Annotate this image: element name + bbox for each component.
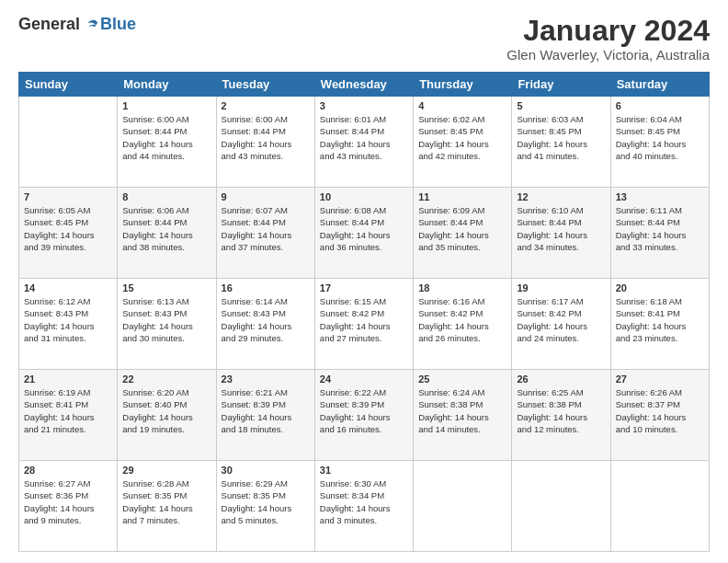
calendar-cell: 16Sunrise: 6:14 AM Sunset: 8:43 PM Dayli… bbox=[216, 279, 314, 370]
cell-content: Sunrise: 6:13 AM Sunset: 8:43 PM Dayligh… bbox=[122, 295, 210, 344]
logo-bird-icon bbox=[82, 16, 100, 34]
calendar-cell: 25Sunrise: 6:24 AM Sunset: 8:38 PM Dayli… bbox=[414, 370, 512, 461]
calendar-cell: 14Sunrise: 6:12 AM Sunset: 8:43 PM Dayli… bbox=[19, 279, 118, 370]
calendar-cell: 13Sunrise: 6:11 AM Sunset: 8:44 PM Dayli… bbox=[610, 188, 709, 279]
day-number: 10 bbox=[320, 191, 408, 202]
calendar-cell: 4Sunrise: 6:02 AM Sunset: 8:45 PM Daylig… bbox=[414, 97, 512, 188]
cell-content: Sunrise: 6:05 AM Sunset: 8:45 PM Dayligh… bbox=[24, 204, 112, 253]
calendar-cell bbox=[512, 461, 610, 552]
logo-text: General Blue bbox=[18, 15, 136, 34]
day-number: 3 bbox=[320, 100, 408, 111]
col-header-saturday: Saturday bbox=[610, 73, 709, 97]
day-number: 20 bbox=[616, 282, 704, 293]
header-row: SundayMondayTuesdayWednesdayThursdayFrid… bbox=[19, 73, 710, 97]
cell-content: Sunrise: 6:12 AM Sunset: 8:43 PM Dayligh… bbox=[24, 295, 112, 344]
cell-content: Sunrise: 6:30 AM Sunset: 8:34 PM Dayligh… bbox=[320, 477, 408, 526]
cell-content: Sunrise: 6:19 AM Sunset: 8:41 PM Dayligh… bbox=[24, 386, 112, 435]
cell-content: Sunrise: 6:20 AM Sunset: 8:40 PM Dayligh… bbox=[122, 386, 210, 435]
logo: General Blue bbox=[18, 15, 136, 34]
cell-content: Sunrise: 6:00 AM Sunset: 8:44 PM Dayligh… bbox=[122, 113, 210, 162]
day-number: 16 bbox=[222, 282, 310, 293]
day-number: 13 bbox=[616, 191, 704, 202]
calendar-cell bbox=[414, 461, 512, 552]
cell-content: Sunrise: 6:29 AM Sunset: 8:35 PM Dayligh… bbox=[222, 477, 310, 526]
cell-content: Sunrise: 6:07 AM Sunset: 8:44 PM Dayligh… bbox=[222, 204, 310, 253]
cell-content: Sunrise: 6:02 AM Sunset: 8:45 PM Dayligh… bbox=[418, 113, 506, 162]
calendar-cell: 10Sunrise: 6:08 AM Sunset: 8:44 PM Dayli… bbox=[314, 188, 413, 279]
calendar-cell: 21Sunrise: 6:19 AM Sunset: 8:41 PM Dayli… bbox=[19, 370, 118, 461]
cell-content: Sunrise: 6:24 AM Sunset: 8:38 PM Dayligh… bbox=[418, 386, 506, 435]
week-row-1: 1Sunrise: 6:00 AM Sunset: 8:44 PM Daylig… bbox=[19, 97, 710, 188]
day-number: 19 bbox=[517, 282, 605, 293]
cell-content: Sunrise: 6:10 AM Sunset: 8:44 PM Dayligh… bbox=[517, 204, 605, 253]
day-number: 9 bbox=[222, 191, 310, 202]
calendar-cell: 7Sunrise: 6:05 AM Sunset: 8:45 PM Daylig… bbox=[19, 188, 118, 279]
calendar-cell: 27Sunrise: 6:26 AM Sunset: 8:37 PM Dayli… bbox=[610, 370, 709, 461]
day-number: 22 bbox=[122, 373, 210, 385]
day-number: 1 bbox=[122, 100, 210, 111]
day-number: 12 bbox=[517, 191, 605, 202]
cell-content: Sunrise: 6:14 AM Sunset: 8:43 PM Dayligh… bbox=[222, 295, 310, 344]
calendar-cell: 9Sunrise: 6:07 AM Sunset: 8:44 PM Daylig… bbox=[216, 188, 314, 279]
day-number: 6 bbox=[616, 100, 704, 111]
col-header-thursday: Thursday bbox=[414, 73, 512, 97]
cell-content: Sunrise: 6:03 AM Sunset: 8:45 PM Dayligh… bbox=[517, 113, 605, 162]
col-header-monday: Monday bbox=[118, 73, 216, 97]
day-number: 23 bbox=[222, 373, 310, 385]
week-row-3: 14Sunrise: 6:12 AM Sunset: 8:43 PM Dayli… bbox=[19, 279, 710, 370]
cell-content: Sunrise: 6:18 AM Sunset: 8:41 PM Dayligh… bbox=[616, 295, 704, 344]
day-number: 2 bbox=[222, 100, 310, 111]
cell-content: Sunrise: 6:27 AM Sunset: 8:36 PM Dayligh… bbox=[24, 477, 112, 526]
cell-content: Sunrise: 6:08 AM Sunset: 8:44 PM Dayligh… bbox=[320, 204, 408, 253]
calendar-cell: 23Sunrise: 6:21 AM Sunset: 8:39 PM Dayli… bbox=[216, 370, 314, 461]
title-area: January 2024 Glen Waverley, Victoria, Au… bbox=[506, 15, 710, 63]
calendar-cell: 29Sunrise: 6:28 AM Sunset: 8:35 PM Dayli… bbox=[118, 461, 216, 552]
calendar-cell: 22Sunrise: 6:20 AM Sunset: 8:40 PM Dayli… bbox=[118, 370, 216, 461]
col-header-tuesday: Tuesday bbox=[216, 73, 314, 97]
cell-content: Sunrise: 6:11 AM Sunset: 8:44 PM Dayligh… bbox=[616, 204, 704, 253]
calendar-cell: 17Sunrise: 6:15 AM Sunset: 8:42 PM Dayli… bbox=[314, 279, 413, 370]
calendar-cell: 19Sunrise: 6:17 AM Sunset: 8:42 PM Dayli… bbox=[512, 279, 610, 370]
calendar-cell: 2Sunrise: 6:00 AM Sunset: 8:44 PM Daylig… bbox=[216, 97, 314, 188]
day-number: 28 bbox=[24, 465, 112, 476]
calendar-cell: 11Sunrise: 6:09 AM Sunset: 8:44 PM Dayli… bbox=[414, 188, 512, 279]
day-number: 30 bbox=[222, 465, 310, 476]
day-number: 17 bbox=[320, 282, 408, 293]
day-number: 14 bbox=[24, 282, 112, 293]
logo-general: General bbox=[18, 15, 80, 34]
col-header-friday: Friday bbox=[512, 73, 610, 97]
calendar-cell: 15Sunrise: 6:13 AM Sunset: 8:43 PM Dayli… bbox=[118, 279, 216, 370]
header: General Blue January 2024 Glen Waverley,… bbox=[18, 15, 710, 63]
day-number: 21 bbox=[24, 373, 112, 385]
calendar-cell: 28Sunrise: 6:27 AM Sunset: 8:36 PM Dayli… bbox=[19, 461, 118, 552]
cell-content: Sunrise: 6:26 AM Sunset: 8:37 PM Dayligh… bbox=[616, 386, 704, 435]
day-number: 7 bbox=[24, 191, 112, 202]
cell-content: Sunrise: 6:22 AM Sunset: 8:39 PM Dayligh… bbox=[320, 386, 408, 435]
calendar-cell: 5Sunrise: 6:03 AM Sunset: 8:45 PM Daylig… bbox=[512, 97, 610, 188]
week-row-5: 28Sunrise: 6:27 AM Sunset: 8:36 PM Dayli… bbox=[19, 461, 710, 552]
day-number: 26 bbox=[517, 373, 605, 385]
cell-content: Sunrise: 6:01 AM Sunset: 8:44 PM Dayligh… bbox=[320, 113, 408, 162]
day-number: 29 bbox=[122, 465, 210, 476]
cell-content: Sunrise: 6:15 AM Sunset: 8:42 PM Dayligh… bbox=[320, 295, 408, 344]
day-number: 18 bbox=[418, 282, 506, 293]
calendar-table: SundayMondayTuesdayWednesdayThursdayFrid… bbox=[18, 72, 710, 552]
page: General Blue January 2024 Glen Waverley,… bbox=[0, 0, 728, 563]
cell-content: Sunrise: 6:28 AM Sunset: 8:35 PM Dayligh… bbox=[122, 477, 210, 526]
calendar-cell: 8Sunrise: 6:06 AM Sunset: 8:44 PM Daylig… bbox=[118, 188, 216, 279]
calendar-cell: 18Sunrise: 6:16 AM Sunset: 8:42 PM Dayli… bbox=[414, 279, 512, 370]
cell-content: Sunrise: 6:04 AM Sunset: 8:45 PM Dayligh… bbox=[616, 113, 704, 162]
day-number: 5 bbox=[517, 100, 605, 111]
day-number: 24 bbox=[320, 373, 408, 385]
calendar-cell bbox=[19, 97, 118, 188]
cell-content: Sunrise: 6:17 AM Sunset: 8:42 PM Dayligh… bbox=[517, 295, 605, 344]
calendar-cell: 3Sunrise: 6:01 AM Sunset: 8:44 PM Daylig… bbox=[314, 97, 413, 188]
week-row-4: 21Sunrise: 6:19 AM Sunset: 8:41 PM Dayli… bbox=[19, 370, 710, 461]
cell-content: Sunrise: 6:16 AM Sunset: 8:42 PM Dayligh… bbox=[418, 295, 506, 344]
cell-content: Sunrise: 6:09 AM Sunset: 8:44 PM Dayligh… bbox=[418, 204, 506, 253]
day-number: 27 bbox=[616, 373, 704, 385]
day-number: 11 bbox=[418, 191, 506, 202]
col-header-wednesday: Wednesday bbox=[314, 73, 413, 97]
calendar-cell: 20Sunrise: 6:18 AM Sunset: 8:41 PM Dayli… bbox=[610, 279, 709, 370]
calendar-cell: 31Sunrise: 6:30 AM Sunset: 8:34 PM Dayli… bbox=[314, 461, 413, 552]
